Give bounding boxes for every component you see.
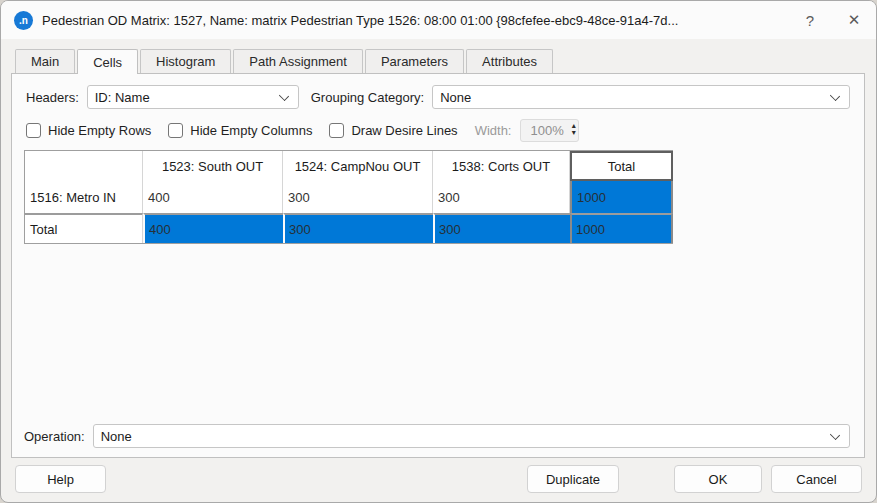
- tab-histogram[interactable]: Histogram: [140, 49, 231, 73]
- hide-empty-columns-label: Hide Empty Columns: [190, 123, 312, 138]
- help-button[interactable]: Help: [15, 465, 106, 493]
- window-title: Pedestrian OD Matrix: 1527, Name: matrix…: [42, 13, 788, 28]
- dialog-footer: Help Duplicate OK Cancel: [1, 456, 876, 502]
- hide-empty-columns-checkbox[interactable]: [168, 123, 183, 138]
- column-header-south-out[interactable]: 1523: South OUT: [143, 151, 283, 181]
- row-header-total[interactable]: Total: [25, 213, 143, 243]
- hide-empty-rows-option: Hide Empty Rows: [26, 123, 151, 138]
- headers-combobox-value: ID: Name: [95, 90, 150, 105]
- width-spinner-value: 100%: [530, 123, 563, 138]
- headers-label: Headers:: [26, 90, 79, 105]
- column-header-campnou-out[interactable]: 1524: CampNou OUT: [283, 151, 433, 181]
- tab-path-assignment[interactable]: Path Assignment: [233, 49, 363, 73]
- column-header-total[interactable]: Total: [570, 151, 673, 181]
- grouping-category-combobox[interactable]: None: [432, 85, 850, 109]
- tab-parameters[interactable]: Parameters: [365, 49, 464, 73]
- dialog-window: .n Pedestrian OD Matrix: 1527, Name: mat…: [0, 0, 877, 503]
- cells-tab-panel: Headers: ID: Name Grouping Category: Non…: [11, 73, 865, 458]
- headers-combobox[interactable]: ID: Name: [87, 85, 299, 109]
- help-icon[interactable]: ?: [788, 1, 832, 39]
- tab-attributes[interactable]: Attributes: [466, 49, 553, 73]
- grouping-category-label: Grouping Category:: [311, 90, 424, 105]
- close-icon[interactable]: ✕: [832, 1, 876, 39]
- tab-cells[interactable]: Cells: [77, 49, 138, 74]
- chevron-down-icon: [279, 91, 289, 101]
- grouping-category-combobox-value: None: [440, 90, 471, 105]
- width-label: Width:: [475, 123, 512, 138]
- hide-empty-rows-checkbox[interactable]: [26, 123, 41, 138]
- draw-desire-lines-option: Draw Desire Lines: [329, 123, 457, 138]
- operation-combobox[interactable]: None: [93, 424, 850, 448]
- operation-label: Operation:: [24, 429, 85, 444]
- draw-desire-lines-checkbox[interactable]: [329, 123, 344, 138]
- ok-button[interactable]: OK: [674, 465, 762, 493]
- matrix-cell[interactable]: 400: [143, 181, 283, 213]
- spinner-arrows-icon[interactable]: ▴ ▾: [572, 123, 576, 137]
- od-matrix-table: 1516: Metro IN 1523: South OUT 1524: Cam…: [24, 150, 673, 244]
- matrix-cell-total-selected[interactable]: 300: [283, 213, 433, 243]
- aimsun-next-logo-icon: .n: [14, 11, 33, 30]
- matrix-cell[interactable]: 300: [283, 181, 433, 213]
- matrix-cell-total-selected[interactable]: 300: [433, 213, 570, 243]
- matrix-cell-total-selected[interactable]: 400: [143, 213, 283, 243]
- combo-row: Headers: ID: Name Grouping Category: Non…: [26, 85, 850, 109]
- options-row: Hide Empty Rows Hide Empty Columns Draw …: [26, 119, 850, 141]
- matrix-cell-grand-total-selected[interactable]: 1000: [570, 213, 673, 243]
- matrix-cell[interactable]: 300: [433, 181, 570, 213]
- row-header-metro-in[interactable]: 1516: Metro IN: [25, 151, 143, 213]
- draw-desire-lines-label: Draw Desire Lines: [351, 123, 457, 138]
- tab-main[interactable]: Main: [15, 49, 75, 73]
- duplicate-button[interactable]: Duplicate: [527, 465, 619, 493]
- width-spinner[interactable]: 100% ▴ ▾: [520, 119, 578, 142]
- spinner-down-icon[interactable]: ▾: [572, 130, 576, 137]
- matrix-cell-row-total-selected[interactable]: 1000: [570, 181, 673, 213]
- hide-empty-columns-option: Hide Empty Columns: [168, 123, 312, 138]
- column-header-corts-out[interactable]: 1538: Corts OUT: [433, 151, 570, 181]
- tab-bar: Main Cells Histogram Path Assignment Par…: [15, 48, 876, 73]
- hide-empty-rows-label: Hide Empty Rows: [48, 123, 151, 138]
- operation-row: Operation: None: [24, 424, 850, 448]
- operation-combobox-value: None: [101, 429, 132, 444]
- title-bar: .n Pedestrian OD Matrix: 1527, Name: mat…: [1, 1, 876, 39]
- chevron-down-icon: [830, 91, 840, 101]
- chevron-down-icon: [830, 430, 840, 440]
- cancel-button[interactable]: Cancel: [771, 465, 862, 493]
